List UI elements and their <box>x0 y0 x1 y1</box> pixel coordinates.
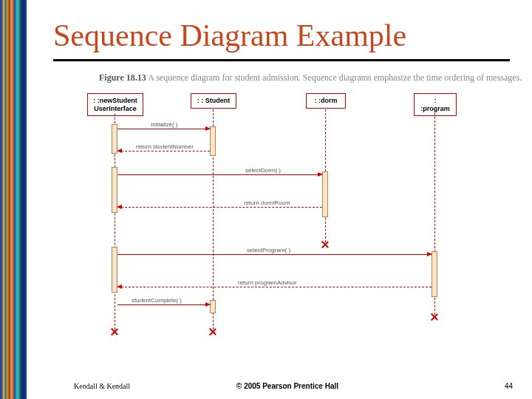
msg-label-initialize: Initialize( ) <box>149 121 179 128</box>
msg-label-selectprogram: selectProgram( ) <box>245 247 292 253</box>
msg-label-programadvisor: return programAdvisor <box>236 279 299 286</box>
sequence-diagram: : :newStudent UserInterface : : Student … <box>81 93 499 337</box>
msg-label-dormroom: return dormRoom <box>242 200 292 206</box>
destroy-student <box>209 328 216 335</box>
lifeline-head-student: : : Student <box>191 93 236 109</box>
footer-author: Kendall & Kendall <box>53 382 130 390</box>
lifeline-head-program: : :program <box>414 93 457 117</box>
destroy-ui <box>111 328 118 335</box>
destroy-program <box>431 313 438 321</box>
activation-student-2 <box>210 300 216 313</box>
msg-selectdorm <box>117 174 322 175</box>
lifeline-head-userinterface: : :newStudent UserInterface <box>87 93 143 117</box>
msg-initialize <box>117 129 210 129</box>
msg-studentcomplete <box>117 304 210 305</box>
msg-return-studentnumber <box>117 151 210 151</box>
msg-label-studentcomplete: studentComplete( ) <box>130 297 183 304</box>
footer-pagenum: 44 <box>505 382 522 390</box>
msg-selectprogram <box>117 254 432 255</box>
activation-student-1 <box>210 126 216 156</box>
slide-content: Sequence Diagram Example Figure 18.13 A … <box>27 0 532 399</box>
decorative-stripe <box>0 0 27 399</box>
footer-copyright: © 2005 Pearson Prentice Hall <box>236 382 338 390</box>
lifeline-head-dorm: : :dorm <box>306 93 346 109</box>
figure-caption: Figure 18.13 A sequence diagram for stud… <box>27 61 532 90</box>
msg-return-dormroom <box>117 207 322 208</box>
activation-program <box>432 251 437 297</box>
figure-caption-text: A sequence diagram for student admission… <box>148 72 522 83</box>
destroy-dorm <box>321 241 329 248</box>
page-title: Sequence Diagram Example <box>27 0 532 59</box>
activation-dorm <box>322 171 328 217</box>
msg-label-selectdorm: selectDorm( ) <box>244 167 282 174</box>
figure-label: Figure 18.13 <box>99 72 146 83</box>
msg-return-programadvisor <box>117 287 432 287</box>
msg-label-studentnumber: return studentNumber <box>134 143 195 150</box>
slide-footer: Kendall & Kendall © 2005 Pearson Prentic… <box>53 382 522 390</box>
